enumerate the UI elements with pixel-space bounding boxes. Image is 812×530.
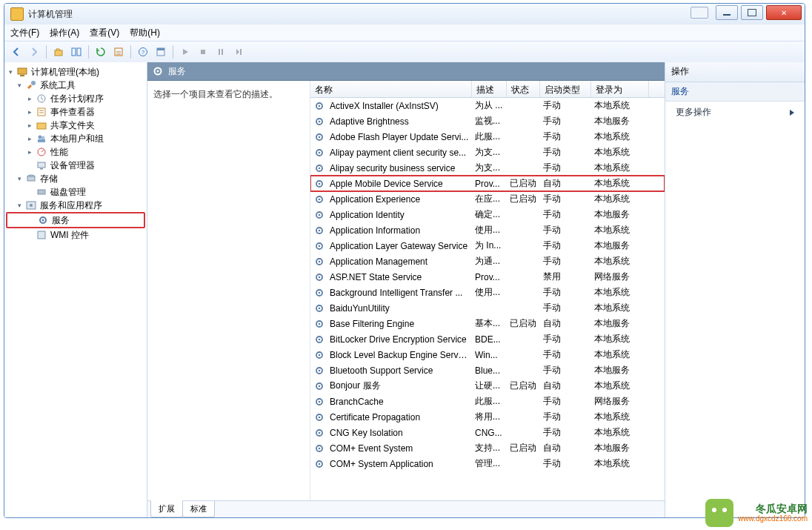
service-row[interactable]: COM+ Event System支持...已启动自动本地服务	[310, 440, 665, 456]
service-logon: 网络服务	[591, 271, 649, 283]
service-row[interactable]: Adaptive Brightness监视...手动本地服务	[310, 113, 665, 129]
service-row[interactable]: Application Information使用...手动本地系统	[310, 222, 665, 238]
service-row[interactable]: CNG Key IsolationCNG...手动本地系统	[310, 425, 665, 440]
service-row[interactable]: Background Intelligent Transfer ...使用...…	[310, 285, 665, 300]
maximize-button[interactable]	[741, 5, 763, 20]
svg-rect-25	[27, 176, 35, 181]
service-row[interactable]: Bluetooth Support ServiceBlue...手动本地服务	[310, 362, 665, 378]
dropdown-button[interactable]	[690, 7, 708, 19]
tree-performance[interactable]: ▸ 性能	[6, 145, 145, 159]
service-row[interactable]: Certificate Propagation将用...手动本地系统	[310, 409, 665, 425]
nav-forward-button[interactable]	[27, 44, 41, 59]
service-row[interactable]: Application Management为通...手动本地系统	[310, 254, 665, 269]
service-row[interactable]: Base Filtering Engine基本...已启动自动本地服务	[310, 316, 665, 331]
service-row[interactable]: BitLocker Drive Encryption ServiceBDE...…	[310, 331, 665, 347]
tree-system-tools[interactable]: ▾ 系统工具	[6, 79, 145, 92]
tab-standard[interactable]: 标准	[182, 501, 215, 517]
service-row[interactable]: BranchCache此服...手动网络服务	[310, 394, 665, 409]
help-button[interactable]: ?	[136, 44, 150, 59]
up-button[interactable]	[51, 44, 66, 59]
service-name: Application Management	[327, 256, 472, 267]
expand-icon[interactable]: ▸	[25, 135, 34, 142]
service-desc: 在应...	[472, 193, 507, 205]
expand-icon[interactable]: ▸	[25, 148, 34, 156]
folder-icon	[36, 119, 47, 131]
service-row[interactable]: Application Layer Gateway Service为 In...…	[310, 238, 665, 254]
tree-event-viewer[interactable]: ▸ 事件查看器	[6, 105, 145, 119]
service-row[interactable]: Adobe Flash Player Update Servi...此服...手…	[310, 129, 665, 145]
stop-service-button[interactable]	[196, 44, 210, 59]
tree-wmi[interactable]: WMI 控件	[6, 228, 145, 242]
close-button[interactable]	[766, 5, 802, 20]
service-row[interactable]: Application Identity确定...手动本地服务	[310, 207, 665, 222]
expand-icon[interactable]: ▾	[15, 175, 24, 182]
title-bar[interactable]: 计算机管理	[4, 4, 805, 24]
expand-icon[interactable]: ▸	[25, 122, 34, 129]
service-row[interactable]: Bonjour 服务让硬...已启动自动本地系统	[310, 378, 665, 394]
service-row[interactable]: Application Experience在应...已启动手动本地系统	[310, 191, 665, 207]
col-description[interactable]: 描述	[472, 81, 507, 97]
menu-file[interactable]: 文件(F)	[10, 27, 39, 39]
tree-local-users[interactable]: ▸ 本地用户和组	[6, 132, 145, 145]
show-hide-tree-button[interactable]	[69, 44, 84, 59]
gear-icon	[313, 209, 325, 221]
service-logon: 本地系统	[591, 193, 649, 205]
service-row[interactable]: COM+ System Application管理...手动本地系统	[310, 456, 665, 471]
service-row[interactable]: Block Level Backup Engine ServiceWin...手…	[310, 347, 665, 362]
expand-icon[interactable]: ▸	[25, 108, 34, 116]
svg-point-14	[31, 81, 36, 85]
service-status: 已启动	[507, 380, 540, 392]
export-button[interactable]	[111, 44, 126, 59]
tree-root[interactable]: ▾ 计算机管理(本地)	[6, 65, 145, 79]
service-name: CNG Key Isolation	[327, 428, 472, 438]
restart-service-button[interactable]	[231, 44, 246, 59]
tree-storage[interactable]: ▾ 存储	[6, 172, 145, 185]
col-status[interactable]: 状态	[507, 81, 540, 97]
expand-icon[interactable]: ▾	[15, 82, 24, 89]
service-logon: 本地服务	[591, 115, 649, 127]
col-name[interactable]: 名称	[310, 81, 472, 97]
tree-shared-folders[interactable]: ▸ 共享文件夹	[6, 119, 145, 132]
svg-point-33	[157, 70, 159, 73]
expand-icon[interactable]: ▸	[25, 95, 34, 102]
menu-action[interactable]: 操作(A)	[50, 27, 79, 39]
service-desc: Prov...	[472, 179, 507, 189]
service-row[interactable]: ASP.NET State ServiceProv...禁用网络服务	[310, 269, 665, 285]
service-row[interactable]: Apple Mobile Device ServiceProv...已启动自动本…	[310, 176, 665, 191]
tree-disk-mgmt[interactable]: 磁盘管理	[6, 185, 145, 199]
service-row[interactable]: BaiduYunUtility手动本地系统	[310, 300, 665, 316]
properties-button[interactable]	[153, 44, 168, 59]
service-row[interactable]: ActiveX Installer (AxInstSV)为从 ...手动本地系统	[310, 98, 665, 113]
svg-rect-7	[157, 48, 164, 50]
pause-service-button[interactable]	[213, 44, 228, 59]
svg-point-59	[319, 291, 321, 294]
service-row[interactable]: Alipay payment client security se...为支..…	[310, 145, 665, 160]
tree-task-scheduler[interactable]: ▸ 任务计划程序	[6, 92, 145, 105]
svg-rect-2	[77, 48, 81, 56]
menu-help[interactable]: 帮助(H)	[130, 27, 160, 39]
tree-services[interactable]: 服务	[6, 212, 145, 228]
service-logon: 本地系统	[591, 380, 649, 392]
tab-extended[interactable]: 扩展	[150, 500, 183, 517]
service-row[interactable]: Alipay security business service为支...手动本…	[310, 160, 665, 176]
svg-rect-31	[38, 231, 45, 239]
service-startup: 手动	[540, 302, 591, 314]
services-list[interactable]: ActiveX Installer (AxInstSV)为从 ...手动本地系统…	[310, 98, 665, 500]
actions-group[interactable]: 服务	[665, 82, 805, 102]
actions-more[interactable]: 更多操作	[665, 102, 805, 123]
start-service-button[interactable]	[178, 44, 193, 59]
service-startup: 自动	[540, 442, 591, 454]
menu-view[interactable]: 查看(V)	[90, 27, 119, 39]
navigation-tree[interactable]: ▾ 计算机管理(本地) ▾ 系统工具 ▸ 任务计划程序	[4, 62, 147, 517]
refresh-button[interactable]	[93, 44, 108, 59]
col-logon[interactable]: 登录为	[591, 81, 649, 97]
nav-back-button[interactable]	[9, 44, 24, 59]
svg-point-49	[319, 213, 321, 216]
minimize-button[interactable]	[716, 5, 738, 20]
col-startup[interactable]: 启动类型	[540, 81, 591, 97]
tree-device-manager[interactable]: 设备管理器	[6, 159, 145, 172]
tree-services-apps[interactable]: ▾ 服务和应用程序	[6, 199, 145, 212]
svg-point-55	[319, 260, 321, 262]
expand-icon[interactable]: ▾	[6, 68, 15, 76]
expand-icon[interactable]: ▾	[15, 202, 24, 209]
